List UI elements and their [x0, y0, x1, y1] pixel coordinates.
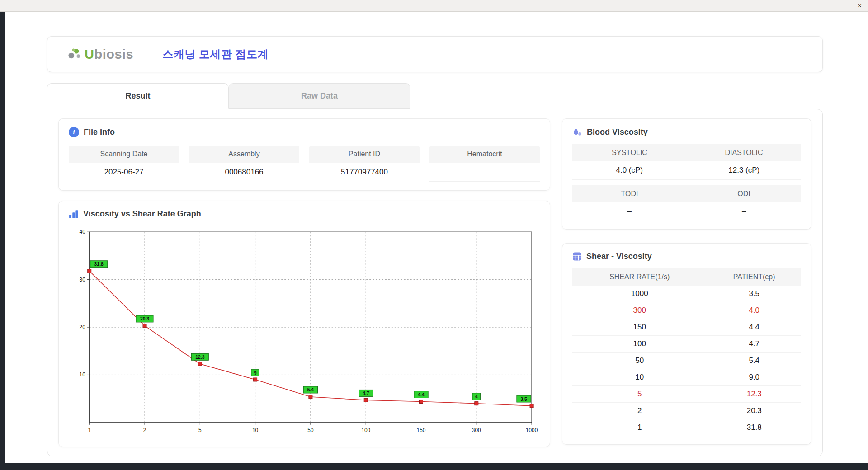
svg-text:5.4: 5.4	[307, 387, 314, 392]
bar-chart-icon	[69, 210, 79, 219]
systolic-value: 4.0 (cP)	[572, 161, 687, 180]
field-label: Patient ID	[309, 146, 420, 163]
blood-viscosity-grid: SYSTOLIC DIASTOLIC 4.0 (cP) 12.3 (cP) TO…	[572, 144, 801, 221]
graph-card: Viscosity vs Shear Rate Graph 1020304012…	[58, 201, 550, 447]
patient-viscosity-cell: 9.0	[707, 369, 801, 386]
logo-letters-rest: biosis	[94, 47, 133, 61]
patient-viscosity-cell: 5.4	[707, 352, 801, 369]
svg-text:31.8: 31.8	[94, 262, 104, 267]
ubiosis-logo: Ubiosis	[66, 46, 133, 62]
file-info-field: Hematocrit	[429, 146, 540, 182]
graph-header: Viscosity vs Shear Rate Graph	[69, 209, 540, 219]
graph-title: Viscosity vs Shear Rate Graph	[83, 209, 201, 219]
logo-letter-u: U	[85, 47, 94, 61]
todi-value: –	[572, 202, 687, 221]
shear-viscosity-table: SHEAR RATE(1/s) PATIENT(cp) 10003.53004.…	[572, 268, 801, 436]
field-value	[429, 163, 540, 182]
shear-rate-cell: 300	[572, 302, 707, 319]
tab-raw-data[interactable]: Raw Data	[229, 83, 410, 109]
svg-text:12.3: 12.3	[195, 355, 204, 360]
shear-rate-cell: 150	[572, 319, 707, 336]
svg-text:10: 10	[252, 427, 259, 433]
blood-viscosity-header: Blood Viscosity	[572, 127, 801, 137]
col-shear-rate: SHEAR RATE(1/s)	[572, 268, 707, 286]
window-close-button[interactable]: ×	[858, 2, 862, 9]
left-column: i File Info Scanning Date2025-06-27Assem…	[58, 118, 550, 447]
shear-viscosity-row: 512.3	[572, 386, 801, 403]
file-info-field: Scanning Date2025-06-27	[69, 146, 179, 182]
svg-text:3.5: 3.5	[520, 397, 527, 402]
patient-viscosity-cell: 12.3	[707, 386, 801, 403]
file-info-field: Patient ID51770977400	[309, 146, 420, 182]
file-info-header: i File Info	[69, 127, 540, 137]
app-header: Ubiosis 스캐닝 모세관 점도계	[47, 36, 823, 72]
systolic-label: SYSTOLIC	[572, 144, 687, 161]
svg-text:100: 100	[361, 427, 370, 433]
shear-rate-cell: 1	[572, 419, 707, 436]
shear-viscosity-row: 109.0	[572, 369, 801, 386]
diastolic-value: 12.3 (cP)	[687, 161, 802, 180]
info-icon: i	[69, 127, 79, 137]
svg-text:30: 30	[80, 277, 86, 283]
tab-bar: Result Raw Data	[47, 83, 823, 109]
svg-text:1000: 1000	[526, 427, 538, 433]
patient-viscosity-cell: 3.5	[707, 286, 801, 302]
patient-viscosity-cell: 31.8	[707, 419, 801, 436]
file-info-card: i File Info Scanning Date2025-06-27Assem…	[58, 118, 550, 191]
app-title: 스캐닝 모세관 점도계	[162, 47, 269, 61]
app-window: Ubiosis 스캐닝 모세관 점도계 Result Raw Data i Fi…	[5, 12, 868, 463]
shear-viscosity-title: Shear - Viscosity	[586, 252, 652, 261]
field-label: Assembly	[189, 146, 299, 163]
table-icon	[572, 252, 582, 261]
shear-viscosity-header-row: SHEAR RATE(1/s) PATIENT(cp)	[572, 268, 801, 286]
file-info-title: File Info	[84, 127, 115, 137]
logo-leaf-icon	[66, 46, 83, 62]
svg-text:2: 2	[143, 427, 146, 433]
patient-viscosity-cell: 20.3	[707, 403, 801, 419]
patient-viscosity-cell: 4.4	[707, 319, 801, 336]
col-patient: PATIENT(cp)	[707, 268, 801, 286]
field-label: Hematocrit	[429, 146, 540, 163]
shear-viscosity-row: 1004.7	[572, 336, 801, 352]
viscosity-shear-chart: 102030401251050100150300100031.820.312.3…	[69, 224, 540, 439]
svg-text:20: 20	[80, 324, 86, 330]
odi-label: ODI	[687, 185, 801, 202]
blood-viscosity-title: Blood Viscosity	[587, 127, 648, 137]
right-column: Blood Viscosity SYSTOLIC DIASTOLIC 4.0 (…	[562, 118, 811, 447]
divider	[572, 180, 801, 185]
content-panel: i File Info Scanning Date2025-06-27Assem…	[47, 109, 823, 456]
field-label: Scanning Date	[69, 146, 179, 163]
shear-viscosity-row: 10003.5	[572, 286, 801, 302]
svg-text:50: 50	[307, 427, 314, 433]
todi-label: TODI	[572, 185, 687, 202]
field-value: 51770977400	[309, 163, 420, 182]
shear-rate-cell: 5	[572, 386, 707, 403]
tab-result[interactable]: Result	[47, 83, 229, 109]
patient-viscosity-cell: 4.7	[707, 336, 801, 352]
logo-text: Ubiosis	[85, 47, 133, 62]
svg-text:4.4: 4.4	[418, 392, 425, 397]
svg-text:20.3: 20.3	[140, 316, 149, 321]
file-info-fields: Scanning Date2025-06-27Assembly000680166…	[69, 146, 540, 182]
droplet-icon	[572, 127, 582, 137]
svg-text:4: 4	[475, 394, 478, 399]
shear-viscosity-card: Shear - Viscosity SHEAR RATE(1/s) PATIEN…	[562, 243, 811, 445]
svg-text:9: 9	[254, 371, 257, 376]
field-value: 2025-06-27	[69, 163, 179, 182]
svg-text:5: 5	[198, 427, 202, 433]
svg-text:10: 10	[80, 371, 86, 378]
shear-viscosity-row: 505.4	[572, 352, 801, 369]
svg-text:300: 300	[472, 427, 481, 433]
svg-text:150: 150	[417, 427, 426, 433]
diastolic-label: DIASTOLIC	[687, 144, 801, 161]
window-titlebar: ×	[0, 0, 868, 12]
svg-text:4.7: 4.7	[363, 391, 369, 396]
shear-viscosity-row: 131.8	[572, 419, 801, 436]
file-info-field: Assembly000680166	[189, 146, 299, 182]
svg-text:1: 1	[88, 427, 91, 433]
svg-text:40: 40	[80, 229, 86, 235]
patient-viscosity-cell: 4.0	[707, 302, 801, 319]
shear-rate-cell: 2	[572, 403, 707, 419]
blood-viscosity-card: Blood Viscosity SYSTOLIC DIASTOLIC 4.0 (…	[562, 118, 811, 230]
shear-viscosity-row: 3004.0	[572, 302, 801, 319]
